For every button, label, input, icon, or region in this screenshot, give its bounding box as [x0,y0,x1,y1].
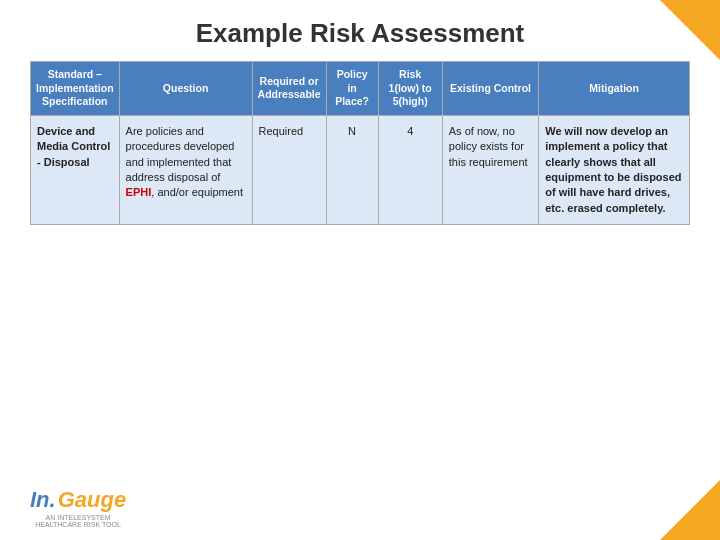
cell-existing: As of now, no policy exists for this req… [442,115,538,224]
logo-sub-text: AN INTELESYSTEMHEALTHCARE RISK TOOL [35,514,121,528]
header-existing: Existing Control [442,62,538,116]
table-wrapper: Standard – Implementation Specification … [30,61,690,225]
header-policy: Policy in Place? [326,62,378,116]
deco-top-right [660,0,720,60]
header-mitigation: Mitigation [539,62,690,116]
header-question: Question [119,62,252,116]
title-area: Example Risk Assessment [0,0,720,61]
logo-line: In. Gauge [30,487,126,513]
cell-required: Required [252,115,326,224]
page-title: Example Risk Assessment [196,18,525,48]
logo-in-text: In. [30,487,56,513]
cell-question: Are policies and procedures developed an… [119,115,252,224]
cell-policy: N [326,115,378,224]
table-row: Device and Media Control - Disposal Are … [31,115,690,224]
header-risk: Risk 1(low) to 5(high) [378,62,442,116]
page-container: Example Risk Assessment Standard – Imple… [0,0,720,540]
cell-risk: 4 [378,115,442,224]
cell-standard: Device and Media Control - Disposal [31,115,120,224]
risk-assessment-table: Standard – Implementation Specification … [30,61,690,225]
header-standard: Standard – Implementation Specification [31,62,120,116]
logo-gauge-text: Gauge [58,487,126,513]
cell-mitigation: We will now develop an implement a polic… [539,115,690,224]
header-required: Required or Addressable [252,62,326,116]
logo-area: In. Gauge AN INTELESYSTEMHEALTHCARE RISK… [30,487,126,528]
table-header-row: Standard – Implementation Specification … [31,62,690,116]
deco-bottom-right [660,480,720,540]
logo-container: In. Gauge AN INTELESYSTEMHEALTHCARE RISK… [30,487,126,528]
